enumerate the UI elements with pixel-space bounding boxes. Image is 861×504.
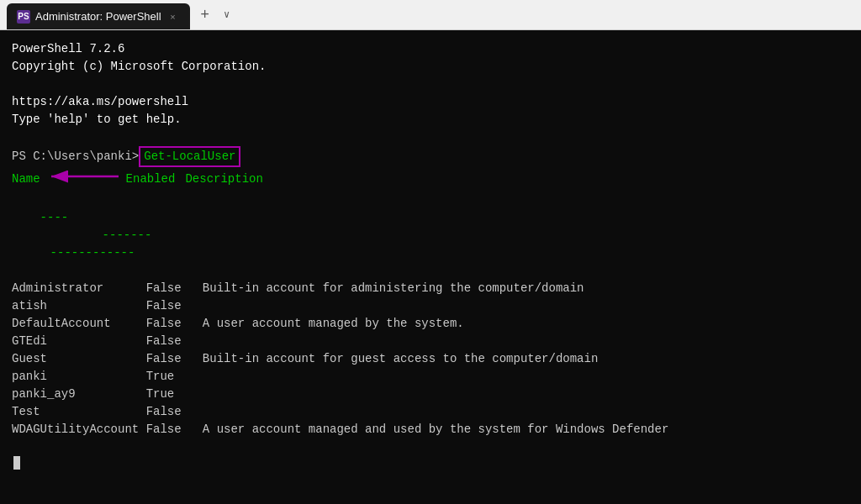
table-row: DefaultAccount False A user account mana… (12, 315, 849, 333)
header-name: Name (12, 171, 40, 188)
table-row: panki True (12, 368, 849, 386)
tab-powershell[interactable]: PS Administrator: PowerShell × (7, 3, 190, 29)
table-row: WDAGUtilityAccount False A user account … (12, 421, 849, 438)
prompt-text: PS C:\Users\panki> (12, 148, 139, 165)
tab-close-button[interactable]: × (166, 10, 180, 24)
table-row: Guest False Built-in account for guest a… (12, 350, 849, 368)
tab-label: Administrator: PowerShell (35, 10, 161, 23)
help-line: Type 'help' to get help. (12, 111, 849, 129)
tab-area: PS Administrator: PowerShell × + ∨ (7, 0, 854, 29)
ps-version-line: PowerShell 7.2.6 (12, 40, 849, 58)
command-line: PS C:\Users\panki> Get-LocalUser (12, 146, 849, 167)
terminal-window: PowerShell 7.2.6 Copyright (c) Microsoft… (0, 30, 861, 504)
empty-line-3 (12, 438, 849, 456)
empty-line-1 (12, 76, 849, 93)
header-enabled: Enabled (126, 171, 176, 188)
titlebar: PS Administrator: PowerShell × + ∨ (0, 0, 861, 30)
table-row: Administrator False Built-in account for… (12, 280, 849, 297)
final-prompt-line[interactable] (12, 456, 849, 470)
table-row: GTEdi False (12, 333, 849, 350)
url-line: https://aka.ms/powershell (12, 93, 849, 111)
copyright-line: Copyright (c) Microsoft Corporation. (12, 58, 849, 76)
table-row: panki_ay9 True (12, 386, 849, 403)
arrow-annotation (47, 167, 123, 192)
powershell-icon: PS (17, 10, 30, 24)
header-row: Name Enabled Description (12, 167, 849, 192)
dash-row: ---- ------- ------------ (12, 192, 849, 280)
cursor-blink (13, 456, 20, 470)
empty-line-2 (12, 129, 849, 146)
tab-dropdown-button[interactable]: ∨ (217, 5, 237, 25)
header-description: Description (185, 171, 262, 188)
table-row: Test False (12, 403, 849, 421)
new-tab-button[interactable]: + (193, 3, 217, 27)
table-row: atish False (12, 297, 849, 315)
command-text: Get-LocalUser (139, 146, 240, 167)
